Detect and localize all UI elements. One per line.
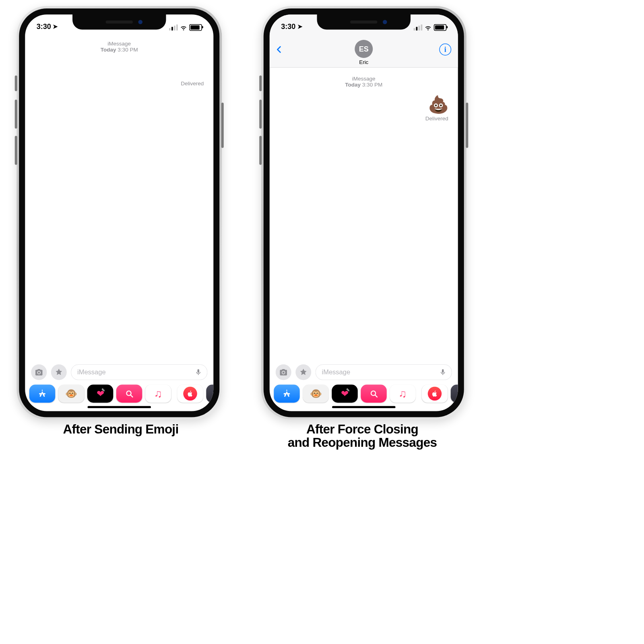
home-indicator[interactable] [332, 406, 396, 408]
tray-app-apple[interactable] [422, 385, 448, 403]
caption-right: After Force Closing and Reopening Messag… [242, 423, 483, 449]
poop-emoji-icon: 💩 [428, 96, 449, 113]
wifi-icon [180, 24, 187, 31]
tray-app-partial[interactable]: 🥷 [451, 385, 458, 403]
power-button[interactable] [221, 103, 224, 148]
tray-app-images[interactable] [116, 385, 142, 403]
tray-app-store[interactable] [274, 385, 300, 403]
tray-app-animoji[interactable]: 🐵 [58, 385, 85, 403]
apps-button[interactable] [51, 364, 67, 380]
tray-app-digital-touch[interactable]: ❤✎ [87, 385, 114, 403]
tray-app-images[interactable] [361, 385, 387, 403]
imessage-app-tray[interactable]: 🐵 ❤✎ ♫ 🥷 [270, 384, 458, 403]
svg-line-1 [130, 395, 132, 397]
location-icon: ➤ [297, 23, 303, 30]
mute-switch[interactable] [259, 76, 262, 91]
volume-up[interactable] [15, 100, 17, 129]
power-button[interactable] [466, 103, 468, 148]
delivered-status: Delivered [270, 116, 458, 122]
location-icon: ➤ [53, 23, 58, 30]
volume-up[interactable] [259, 100, 262, 129]
contact-avatar: ES [355, 40, 373, 58]
cellular-icon [414, 25, 423, 31]
tray-app-animoji[interactable]: 🐵 [303, 385, 329, 403]
battery-icon [189, 24, 202, 31]
dictate-button[interactable] [193, 367, 204, 378]
message-input[interactable]: iMessage [316, 364, 452, 380]
tray-app-music[interactable]: ♫ [390, 385, 416, 403]
tray-app-music[interactable]: ♫ [145, 385, 171, 403]
tray-app-store[interactable] [29, 385, 56, 403]
message-placeholder: iMessage [322, 368, 351, 376]
battery-icon [434, 24, 447, 31]
notch [317, 14, 411, 30]
contact-name: Eric [359, 59, 368, 66]
message-bubble[interactable]: 💩 [270, 88, 458, 114]
camera-button[interactable] [31, 364, 47, 380]
caption-left: After Sending Emoji [0, 423, 242, 449]
conversation-header: ES Eric i [270, 33, 458, 68]
status-time: 3:30 [37, 23, 51, 31]
status-time: 3:30 [281, 23, 295, 31]
wifi-icon [425, 24, 431, 31]
svg-line-3 [375, 395, 377, 397]
conversation-body[interactable]: iMessage Today 3:30 PM 💩 Delivered [270, 68, 458, 357]
contact-chip[interactable]: ES Eric [355, 40, 373, 66]
compose-bar: iMessage [270, 362, 458, 382]
volume-down[interactable] [15, 136, 17, 165]
info-button[interactable]: i [439, 43, 451, 56]
message-placeholder: iMessage [77, 368, 106, 376]
imessage-app-tray[interactable]: 🐵 ❤✎ ♫ 🥷 [25, 384, 213, 403]
phone-frame-right: 3:30 ➤ ES [261, 6, 466, 420]
timestamp-header: iMessage Today 3:30 PM [25, 41, 213, 54]
volume-down[interactable] [259, 136, 262, 165]
tray-app-apple[interactable] [177, 385, 203, 403]
timestamp-header: iMessage Today 3:30 PM [270, 76, 458, 89]
back-button[interactable] [275, 43, 283, 59]
phone-frame-left: 3:30 ➤ iMessage Today 3:30 PM [17, 6, 222, 420]
delivered-status: Delivered [25, 80, 213, 87]
compose-bar: iMessage [25, 362, 213, 382]
cellular-icon [169, 25, 178, 31]
camera-button[interactable] [276, 364, 291, 380]
notch [72, 14, 166, 30]
mute-switch[interactable] [15, 76, 17, 91]
message-input[interactable]: iMessage [71, 364, 207, 380]
tray-app-partial[interactable]: 🥷 [206, 385, 213, 403]
apps-button[interactable] [295, 364, 311, 380]
home-indicator[interactable] [88, 406, 151, 408]
conversation-body[interactable]: iMessage Today 3:30 PM Delivered [25, 33, 213, 357]
tray-app-digital-touch[interactable]: ❤✎ [332, 385, 358, 403]
dictate-button[interactable] [438, 367, 448, 378]
